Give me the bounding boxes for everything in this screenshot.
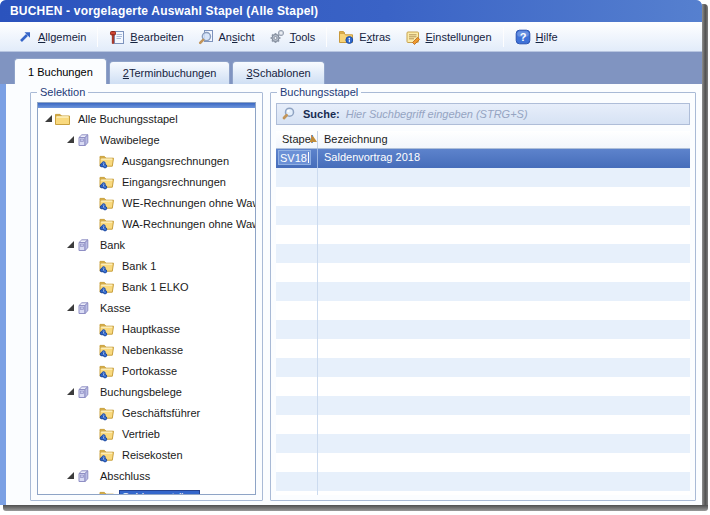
folder-info-icon <box>338 29 354 45</box>
empty-stapel-cell <box>276 453 318 472</box>
tree-expanded-icon[interactable] <box>42 114 54 123</box>
view-icon <box>198 29 214 45</box>
tree-expanded-icon[interactable] <box>64 135 76 144</box>
tree-item-label: Abschluss <box>97 469 153 483</box>
table-empty-row <box>276 396 690 415</box>
tree-item-bank[interactable]: Bank <box>38 234 255 255</box>
window-shadow-bottom <box>3 505 708 511</box>
folder-gear-icon <box>98 195 115 211</box>
toolbar-separator <box>97 27 98 47</box>
cell-stapel[interactable]: SV18 <box>276 149 318 168</box>
table-empty-row <box>276 244 690 263</box>
table-header-row: StapelBezeichnung <box>276 131 690 149</box>
toolbar-separator <box>503 27 504 47</box>
buchungsstapel-groupbox-label: Buchungsstapel <box>277 86 361 98</box>
tree-item-label: WA-Rechnungen ohne Wawi <box>119 217 256 231</box>
toolbar-button-hilfe[interactable]: ?Hilfe <box>508 26 565 48</box>
tab-terminbuchungen[interactable]: 2 Terminbuchungen <box>109 61 231 84</box>
tools-icon <box>269 29 285 45</box>
empty-stapel-cell <box>276 415 318 434</box>
tab-buchungen[interactable]: 1 Buchungen <box>14 58 107 84</box>
tree-item-wa-rechnungen-ohne-wawi[interactable]: WA-Rechnungen ohne Wawi <box>38 213 255 234</box>
cube-icon <box>76 468 93 484</box>
folder-gear-icon <box>98 489 115 496</box>
tree-item-label: Alle Buchungsstapel <box>75 112 181 126</box>
toolbar-button-allgemein[interactable]: Allgemein <box>10 26 93 48</box>
tree-item-eingangsrechnungen[interactable]: Eingangsrechnungen <box>38 171 255 192</box>
tree-item-label: Buchungsbelege <box>97 385 185 399</box>
tree-item-hauptkasse[interactable]: Hauptkasse <box>38 318 255 339</box>
column-header-bezeichnung[interactable]: Bezeichnung <box>318 131 690 148</box>
folder-gear-icon <box>98 279 115 295</box>
tree-item-label: Ausgangsrechnungen <box>119 154 232 168</box>
tree-item-saldenvorträge[interactable]: Saldenvorträge <box>38 486 255 495</box>
tree-item-buchungsbelege[interactable]: Buchungsbelege <box>38 381 255 402</box>
folder-gear-icon <box>98 405 115 421</box>
tree-item-label: Vertrieb <box>119 427 163 441</box>
tree-rows: Alle BuchungsstapelWawibelegeAusgangsrec… <box>38 108 255 495</box>
cell-bezeichnung[interactable]: Saldenvortrag 2018 <box>318 149 690 168</box>
tree-expanded-icon[interactable] <box>64 387 76 396</box>
empty-stapel-cell <box>276 263 318 282</box>
table-empty-row <box>276 434 690 453</box>
column-header-stapel[interactable]: Stapel <box>276 131 318 148</box>
table-body: SV18Saldenvortrag 2018 <box>276 149 690 495</box>
tree-item-geschäftsführer[interactable]: Geschäftsführer <box>38 402 255 423</box>
table-empty-row <box>276 320 690 339</box>
tree-expanded-icon[interactable] <box>64 303 76 312</box>
toolbar-button-tools[interactable]: Tools <box>262 26 323 48</box>
toolbar-button-ansicht[interactable]: Ansicht <box>191 26 262 48</box>
main-toolbar: AllgemeinBearbeitenAnsichtToolsExtrasEin… <box>0 22 702 52</box>
svg-text:?: ? <box>519 31 526 43</box>
folder-gear-icon <box>98 258 115 274</box>
selection-tree[interactable]: Alle BuchungsstapelWawibelegeAusgangsrec… <box>37 102 256 495</box>
tree-item-wawibelege[interactable]: Wawibelege <box>38 129 255 150</box>
tree-item-alle-buchungsstapel[interactable]: Alle Buchungsstapel <box>38 108 255 129</box>
tree-item-label: Reisekosten <box>119 448 186 462</box>
empty-stapel-cell <box>276 206 318 225</box>
window-titlebar: BUCHEN - vorgelagerte Auswahl Stapel (Al… <box>0 0 702 22</box>
text-caret <box>308 152 309 163</box>
toolbar-button-extras[interactable]: Extras <box>331 26 397 48</box>
folder-gear-icon <box>98 216 115 232</box>
table-empty-row <box>276 168 690 187</box>
search-bar[interactable]: Suche: Hier Suchbegriff eingeben (STRG+S… <box>276 103 690 125</box>
tree-item-label: Hauptkasse <box>119 322 183 336</box>
tree-item-portokasse[interactable]: Portokasse <box>38 360 255 381</box>
toolbar-button-einstellungen[interactable]: Einstellungen <box>398 26 499 48</box>
settings-icon <box>405 29 421 45</box>
toolbar-button-bearbeiten[interactable]: Bearbeiten <box>102 26 190 48</box>
tree-item-label: Bank 1 <box>119 259 159 273</box>
tree-item-kasse[interactable]: Kasse <box>38 297 255 318</box>
tree-item-vertrieb[interactable]: Vertrieb <box>38 423 255 444</box>
search-icon <box>282 106 298 122</box>
tree-expanded-icon[interactable] <box>64 471 76 480</box>
selektion-groupbox-label: Selektion <box>37 86 88 98</box>
tree-item-bank-1-elko[interactable]: Bank 1 ELKO <box>38 276 255 297</box>
empty-stapel-cell <box>276 339 318 358</box>
toolbar-button-label: Einstellungen <box>426 31 492 43</box>
help-icon: ? <box>515 29 531 45</box>
tree-item-abschluss[interactable]: Abschluss <box>38 465 255 486</box>
tree-item-ausgangsrechnungen[interactable]: Ausgangsrechnungen <box>38 150 255 171</box>
search-input-placeholder[interactable]: Hier Suchbegriff eingeben (STRG+S) <box>346 108 528 120</box>
empty-stapel-cell <box>276 244 318 263</box>
table-empty-row <box>276 282 690 301</box>
stapel-inline-editor[interactable]: SV18 <box>278 150 311 165</box>
table-empty-row <box>276 339 690 358</box>
tab-schablonen[interactable]: 3 Schablonen <box>232 61 324 84</box>
empty-stapel-cell <box>276 396 318 415</box>
toolbar-button-label: Hilfe <box>536 31 558 43</box>
table-row-sv18[interactable]: SV18Saldenvortrag 2018 <box>276 149 690 168</box>
tree-item-we-rechnungen-ohne-wawi[interactable]: WE-Rechnungen ohne Wawi <box>38 192 255 213</box>
empty-stapel-cell <box>276 187 318 206</box>
folder-gear-icon <box>98 363 115 379</box>
tree-item-bank-1[interactable]: Bank 1 <box>38 255 255 276</box>
window-shadow-right <box>702 4 708 507</box>
search-label: Suche: <box>303 108 340 120</box>
tree-expanded-icon[interactable] <box>64 240 76 249</box>
table-empty-row <box>276 225 690 244</box>
tree-item-reisekosten[interactable]: Reisekosten <box>38 444 255 465</box>
tree-item-label: Eingangsrechnungen <box>119 175 229 189</box>
tree-item-nebenkasse[interactable]: Nebenkasse <box>38 339 255 360</box>
